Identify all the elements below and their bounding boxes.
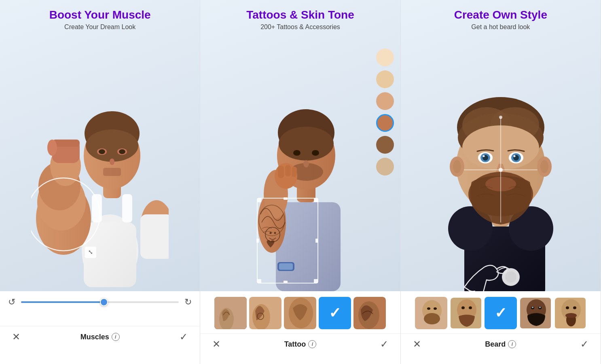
swatch-4[interactable] xyxy=(376,114,394,132)
muscle-close-button[interactable]: ✕ xyxy=(12,331,20,343)
svg-rect-48 xyxy=(257,198,261,202)
muscle-figure-container: ⤡ xyxy=(0,24,200,291)
muscle-person-svg: ⤡ xyxy=(31,77,169,291)
swatch-2[interactable] xyxy=(376,70,394,88)
svg-rect-24 xyxy=(92,194,102,222)
tattoo-selected-check: ✓ xyxy=(329,305,341,322)
muscle-subtitle: Create Your Dream Look xyxy=(12,23,188,31)
svg-rect-49 xyxy=(314,198,318,202)
svg-point-97 xyxy=(540,160,548,173)
beard-thumb-strip: ✓ xyxy=(401,291,601,333)
beard-thumb-1[interactable] xyxy=(415,297,447,329)
tattoo-label: Tattoo i xyxy=(284,340,317,349)
svg-point-88 xyxy=(499,168,503,172)
tattoo-thumb-5-img xyxy=(353,297,386,329)
beard-thumb-4-img xyxy=(520,298,552,329)
beard-selected-check: ✓ xyxy=(495,305,507,322)
tattoo-subtitle: 200+ Tattoos & Accessories xyxy=(212,23,388,31)
svg-point-102 xyxy=(434,307,437,310)
style-bottom: ✓ xyxy=(401,291,601,364)
svg-point-118 xyxy=(573,307,576,309)
tattoo-title: Tattoos & Skin Tone xyxy=(212,8,388,22)
muscle-info-icon[interactable]: i xyxy=(112,333,120,341)
svg-point-18 xyxy=(47,140,57,156)
style-check-button[interactable]: ✓ xyxy=(580,339,588,350)
svg-point-32 xyxy=(293,150,300,156)
muscle-bottom: ↺ ↻ ✕ Muscles i ✓ xyxy=(0,291,200,364)
svg-point-117 xyxy=(566,307,569,309)
tattoo-image-area: Tattoos & Skin Tone 200+ Tattoos & Acces… xyxy=(200,0,400,291)
svg-rect-52 xyxy=(284,197,288,200)
svg-point-100 xyxy=(424,313,440,324)
svg-rect-50 xyxy=(257,279,261,283)
slider-thumb[interactable] xyxy=(100,298,108,306)
tattoo-figure-container xyxy=(200,24,400,291)
svg-point-116 xyxy=(565,313,577,318)
beard-info-icon[interactable]: i xyxy=(508,340,516,348)
svg-point-112 xyxy=(539,307,541,308)
tattoo-check-button[interactable]: ✓ xyxy=(380,339,388,350)
tattoo-header: Tattoos & Skin Tone 200+ Tattoos & Acces… xyxy=(200,0,400,35)
slider-track[interactable] xyxy=(21,301,179,303)
svg-point-44 xyxy=(274,232,276,234)
redo-icon[interactable]: ↻ xyxy=(184,297,192,307)
muscle-label-text: Muscles xyxy=(80,333,109,341)
tattoo-label-text: Tattoo xyxy=(284,340,306,349)
svg-rect-11 xyxy=(103,168,121,176)
svg-point-96 xyxy=(453,160,461,173)
slider-fill xyxy=(21,301,108,303)
style-title: Create Own Style xyxy=(413,8,588,22)
svg-point-82 xyxy=(513,155,515,157)
svg-point-9 xyxy=(119,149,125,154)
muscle-image-area: Boost Your Muscle Create Your Dream Look xyxy=(0,0,200,291)
swatch-1[interactable] xyxy=(376,49,394,66)
tattoo-thumb-1[interactable] xyxy=(214,297,247,329)
beard-thumb-2[interactable] xyxy=(450,297,482,329)
skin-swatches xyxy=(376,49,394,176)
style-close-button[interactable]: ✕ xyxy=(413,339,421,350)
tattoo-thumb-2-img xyxy=(249,297,281,329)
svg-point-91 xyxy=(499,116,502,119)
beard-thumb-1-img xyxy=(416,298,447,329)
svg-point-106 xyxy=(469,307,472,309)
style-header: Create Own Style Get a hot beard look xyxy=(401,0,601,35)
style-action-bar: ✕ Beard i ✓ xyxy=(401,333,601,356)
svg-point-105 xyxy=(461,307,465,309)
beard-label-text: Beard xyxy=(485,340,506,349)
tattoo-thumb-3[interactable] xyxy=(284,297,316,329)
tattoo-person-svg xyxy=(231,77,369,291)
svg-rect-53 xyxy=(284,281,288,283)
muscle-check-button[interactable]: ✓ xyxy=(180,331,188,343)
svg-rect-23 xyxy=(140,214,169,259)
tattoo-close-button[interactable]: ✕ xyxy=(212,339,220,350)
muscle-panel: Boost Your Muscle Create Your Dream Look xyxy=(0,0,200,364)
tattoo-info-icon[interactable]: i xyxy=(308,340,316,348)
beard-thumb-3-selected[interactable]: ✓ xyxy=(485,297,517,329)
swatch-3[interactable] xyxy=(376,92,394,110)
style-image-area: Create Own Style Get a hot beard look xyxy=(401,0,601,291)
thumb-spacer xyxy=(0,311,200,326)
tattoo-thumb-4-selected[interactable]: ✓ xyxy=(319,297,351,329)
tattoo-thumb-2[interactable] xyxy=(249,297,281,329)
tattoo-action-bar: ✕ Tattoo i ✓ xyxy=(200,333,400,356)
tattoo-thumb-5[interactable] xyxy=(353,297,386,329)
style-panel: Create Own Style Get a hot beard look xyxy=(401,0,601,364)
svg-point-101 xyxy=(427,307,430,310)
svg-point-33 xyxy=(312,150,319,156)
svg-point-43 xyxy=(270,232,272,234)
beard-thumb-5[interactable] xyxy=(554,297,586,329)
tattoo-bottom: ✓ ✕ Tattoo i ✓ xyxy=(200,291,400,364)
undo-icon[interactable]: ↺ xyxy=(8,297,15,307)
beard-thumb-2-img xyxy=(451,298,482,329)
svg-point-111 xyxy=(531,307,533,308)
swatch-6[interactable] xyxy=(376,158,394,176)
beard-thumb-5-img xyxy=(555,298,586,329)
beard-thumb-4[interactable] xyxy=(519,297,552,329)
svg-point-81 xyxy=(482,155,485,157)
svg-rect-54 xyxy=(256,239,259,243)
swatch-5[interactable] xyxy=(376,136,394,154)
svg-point-93 xyxy=(505,271,516,283)
style-figure-container xyxy=(401,24,601,291)
svg-rect-46 xyxy=(279,263,293,270)
tattoo-thumb-3-img xyxy=(284,297,316,329)
